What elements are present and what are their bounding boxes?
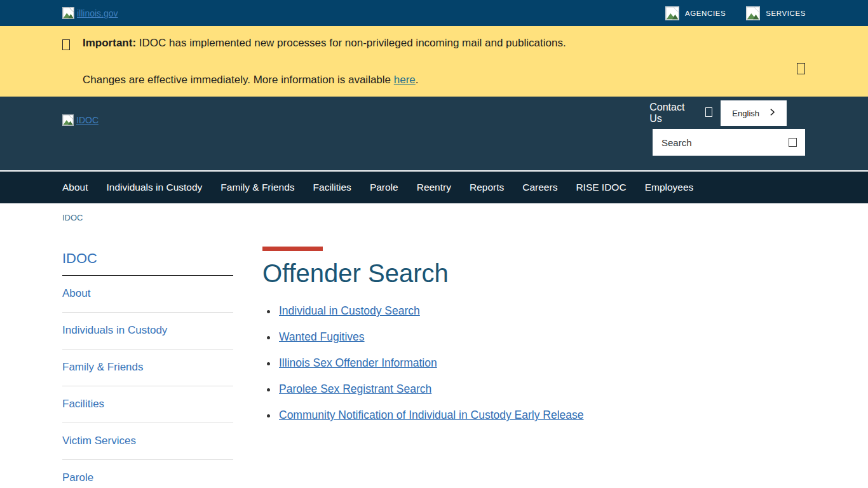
chevron-right-icon	[768, 108, 776, 118]
nav-item[interactable]: RISE IDOC	[576, 182, 626, 193]
services-link[interactable]: SERVICES	[746, 6, 806, 20]
search-box	[653, 129, 805, 156]
sidebar-link[interactable]: Victim Services	[62, 423, 233, 459]
illinois-gov-logo[interactable]: illinois.gov	[62, 7, 118, 19]
offender-search-link[interactable]: Wanted Fugitives	[279, 330, 365, 343]
idoc-logo-alt-text: IDOC	[76, 115, 98, 125]
idoc-logo[interactable]: IDOC	[62, 114, 98, 126]
search-icon[interactable]	[789, 138, 797, 147]
offender-search-links: Individual in Custody SearchWanted Fugit…	[278, 304, 806, 422]
list-item: Individual in Custody Search	[278, 304, 806, 318]
illinois-gov-logo-alt-text: illinois.gov	[77, 8, 118, 18]
offender-search-link[interactable]: Illinois Sex Offender Information	[279, 356, 437, 369]
agencies-label: AGENCIES	[685, 10, 726, 17]
main-navigation: AboutIndividuals in CustodyFamily & Frie…	[0, 172, 868, 203]
sidebar-link[interactable]: Parole	[62, 460, 233, 488]
sidebar-link[interactable]: Family & Friends	[62, 349, 233, 386]
sidebar-item: Victim Services	[62, 423, 233, 460]
sidebar-item: Parole	[62, 460, 233, 488]
nav-item[interactable]: Employees	[645, 182, 694, 193]
broken-image-icon	[665, 6, 679, 20]
list-item: Community Notification of Individual in …	[278, 409, 806, 422]
offender-search-link[interactable]: Parolee Sex Registrant Search	[279, 383, 431, 395]
sidebar-item: About	[62, 276, 233, 313]
alert-icon	[62, 39, 83, 53]
globe-icon	[705, 107, 712, 119]
sidebar-item: Family & Friends	[62, 349, 233, 386]
language-label: English	[732, 109, 759, 118]
nav-item[interactable]: About	[62, 182, 88, 193]
accent-bar	[262, 247, 323, 251]
nav-item[interactable]: Facilities	[313, 182, 351, 193]
site-header: IDOC Contact Us English	[0, 97, 868, 172]
utility-bar: illinois.gov AGENCIES	[0, 0, 868, 26]
alert-message-line2: Changes are effective immediately. More …	[83, 73, 806, 87]
sidebar-menu: AboutIndividuals in CustodyFamily & Frie…	[62, 276, 233, 488]
offender-search-link[interactable]: Community Notification of Individual in …	[279, 409, 584, 421]
contact-us-link[interactable]: Contact Us	[649, 102, 684, 125]
list-item: Illinois Sex Offender Information	[278, 356, 806, 370]
nav-item[interactable]: Careers	[522, 182, 557, 193]
main-content: Offender Search Individual in Custody Se…	[262, 223, 806, 488]
utility-links: AGENCIES SERVICES	[665, 6, 806, 20]
alert-banner: Important: IDOC has implemented new proc…	[0, 26, 868, 97]
breadcrumb-idoc[interactable]: IDOC	[62, 213, 83, 222]
search-input[interactable]	[661, 137, 789, 148]
sidebar-link[interactable]: Individuals in Custody	[62, 313, 233, 349]
sidebar-item: Individuals in Custody	[62, 313, 233, 349]
broken-image-icon	[62, 114, 74, 126]
header-tools: Contact Us English	[653, 100, 805, 156]
more-information-link[interactable]: here	[394, 74, 416, 86]
nav-item[interactable]: Parole	[370, 182, 398, 193]
offender-search-link[interactable]: Individual in Custody Search	[279, 304, 420, 317]
sidebar-link[interactable]: About	[62, 276, 233, 312]
sidebar-link[interactable]: Facilities	[62, 386, 233, 423]
sidebar-title[interactable]: IDOC	[62, 250, 233, 276]
agencies-link[interactable]: AGENCIES	[665, 6, 726, 20]
broken-image-icon	[62, 7, 74, 19]
breadcrumb: IDOC	[0, 203, 868, 223]
alert-message-line1: Important: IDOC has implemented new proc…	[83, 36, 566, 53]
nav-item[interactable]: Individuals in Custody	[107, 182, 203, 193]
list-item: Parolee Sex Registrant Search	[278, 383, 806, 396]
services-label: SERVICES	[766, 10, 806, 17]
nav-item[interactable]: Reentry	[417, 182, 451, 193]
sidebar: IDOC AboutIndividuals in CustodyFamily &…	[62, 223, 233, 488]
nav-item[interactable]: Reports	[470, 182, 504, 193]
nav-item[interactable]: Family & Friends	[220, 182, 294, 193]
language-selector[interactable]: English	[721, 100, 787, 126]
broken-image-icon	[746, 6, 760, 20]
close-icon[interactable]	[797, 63, 805, 74]
content-area: IDOC AboutIndividuals in CustodyFamily &…	[0, 223, 868, 488]
list-item: Wanted Fugitives	[278, 330, 806, 344]
alert-important-label: Important:	[83, 37, 136, 49]
sidebar-item: Facilities	[62, 386, 233, 423]
page-title: Offender Search	[262, 259, 806, 288]
